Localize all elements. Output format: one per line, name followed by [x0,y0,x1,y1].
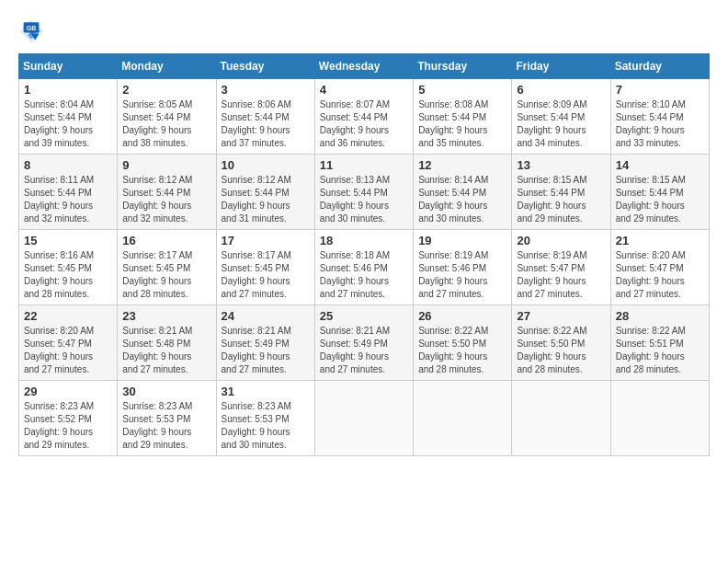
day-info: Sunrise: 8:11 AMSunset: 5:44 PMDaylight:… [24,174,112,225]
day-number: 29 [24,385,112,398]
weekday-header: Saturday [610,54,709,79]
calendar-cell: 15Sunrise: 8:16 AMSunset: 5:45 PMDayligh… [19,230,118,305]
day-number: 7 [616,83,704,97]
calendar-cell [512,381,610,456]
day-info: Sunrise: 8:10 AMSunset: 5:44 PMDaylight:… [616,98,704,150]
day-info: Sunrise: 8:22 AMSunset: 5:51 PMDaylight:… [616,325,704,376]
day-number: 15 [24,234,112,247]
calendar-cell: 31Sunrise: 8:23 AMSunset: 5:53 PMDayligh… [216,381,314,456]
calendar-cell: 8Sunrise: 8:11 AMSunset: 5:44 PMDaylight… [19,155,118,230]
day-number: 5 [418,83,506,97]
calendar-cell: 30Sunrise: 8:23 AMSunset: 5:53 PMDayligh… [118,381,216,456]
day-number: 1 [24,83,112,97]
day-info: Sunrise: 8:17 AMSunset: 5:45 PMDaylight:… [222,249,310,301]
calendar-cell: 6Sunrise: 8:09 AMSunset: 5:44 PMDaylight… [512,79,610,155]
day-info: Sunrise: 8:23 AMSunset: 5:53 PMDaylight:… [222,400,310,452]
calendar-week-row: 29Sunrise: 8:23 AMSunset: 5:52 PMDayligh… [19,381,710,456]
calendar-cell: 28Sunrise: 8:22 AMSunset: 5:51 PMDayligh… [610,305,709,381]
calendar-cell: 11Sunrise: 8:13 AMSunset: 5:44 PMDayligh… [314,155,413,230]
day-number: 18 [320,234,408,247]
day-info: Sunrise: 8:20 AMSunset: 5:47 PMDaylight:… [616,249,704,301]
day-number: 14 [616,158,704,172]
weekday-header: Monday [118,54,216,79]
day-info: Sunrise: 8:15 AMSunset: 5:44 PMDaylight:… [517,174,605,225]
calendar-cell: 9Sunrise: 8:12 AMSunset: 5:44 PMDaylight… [118,155,216,230]
calendar-cell: 26Sunrise: 8:22 AMSunset: 5:50 PMDayligh… [414,305,512,381]
day-number: 11 [320,158,408,172]
day-number: 4 [320,83,408,97]
logo: GB [18,18,48,44]
calendar-cell [414,381,512,456]
day-info: Sunrise: 8:19 AMSunset: 5:46 PMDaylight:… [418,249,506,301]
weekday-header-row: SundayMondayTuesdayWednesdayThursdayFrid… [19,54,710,79]
calendar-cell: 27Sunrise: 8:22 AMSunset: 5:50 PMDayligh… [512,305,610,381]
day-info: Sunrise: 8:18 AMSunset: 5:46 PMDaylight:… [320,249,408,301]
calendar-cell: 2Sunrise: 8:05 AMSunset: 5:44 PMDaylight… [118,79,216,155]
calendar-cell: 22Sunrise: 8:20 AMSunset: 5:47 PMDayligh… [19,305,118,381]
day-info: Sunrise: 8:06 AMSunset: 5:44 PMDaylight:… [222,98,310,150]
calendar-table: SundayMondayTuesdayWednesdayThursdayFrid… [18,53,710,456]
day-number: 22 [24,309,112,323]
calendar-week-row: 15Sunrise: 8:16 AMSunset: 5:45 PMDayligh… [19,230,710,305]
calendar-cell: 7Sunrise: 8:10 AMSunset: 5:44 PMDaylight… [610,79,709,155]
day-number: 20 [517,234,605,247]
weekday-header: Wednesday [314,54,413,79]
weekday-header: Sunday [19,54,118,79]
calendar-cell: 4Sunrise: 8:07 AMSunset: 5:44 PMDaylight… [314,79,413,155]
day-number: 8 [24,158,112,172]
calendar-cell: 10Sunrise: 8:12 AMSunset: 5:44 PMDayligh… [216,155,314,230]
logo-icon: GB [18,18,44,44]
day-info: Sunrise: 8:12 AMSunset: 5:44 PMDaylight:… [122,174,210,225]
day-number: 17 [222,234,310,247]
calendar-cell: 21Sunrise: 8:20 AMSunset: 5:47 PMDayligh… [610,230,709,305]
day-number: 3 [222,83,310,97]
calendar-cell: 12Sunrise: 8:14 AMSunset: 5:44 PMDayligh… [414,155,512,230]
calendar-cell: 3Sunrise: 8:06 AMSunset: 5:44 PMDaylight… [216,79,314,155]
day-info: Sunrise: 8:04 AMSunset: 5:44 PMDaylight:… [24,98,112,150]
day-number: 24 [222,309,310,323]
calendar-cell: 18Sunrise: 8:18 AMSunset: 5:46 PMDayligh… [314,230,413,305]
calendar-cell: 1Sunrise: 8:04 AMSunset: 5:44 PMDaylight… [19,79,118,155]
day-info: Sunrise: 8:07 AMSunset: 5:44 PMDaylight:… [320,98,408,150]
day-number: 2 [122,83,210,97]
calendar-cell: 17Sunrise: 8:17 AMSunset: 5:45 PMDayligh… [216,230,314,305]
weekday-header: Friday [512,54,610,79]
day-info: Sunrise: 8:22 AMSunset: 5:50 PMDaylight:… [418,325,506,376]
day-number: 13 [517,158,605,172]
day-info: Sunrise: 8:23 AMSunset: 5:53 PMDaylight:… [122,400,210,452]
calendar-cell: 16Sunrise: 8:17 AMSunset: 5:45 PMDayligh… [118,230,216,305]
day-info: Sunrise: 8:15 AMSunset: 5:44 PMDaylight:… [616,174,704,225]
calendar-cell [610,381,709,456]
calendar-cell: 14Sunrise: 8:15 AMSunset: 5:44 PMDayligh… [610,155,709,230]
header: GB [18,18,710,44]
day-info: Sunrise: 8:09 AMSunset: 5:44 PMDaylight:… [517,98,605,150]
svg-text:GB: GB [27,25,37,31]
day-info: Sunrise: 8:05 AMSunset: 5:44 PMDaylight:… [122,98,210,150]
day-info: Sunrise: 8:19 AMSunset: 5:47 PMDaylight:… [517,249,605,301]
day-info: Sunrise: 8:17 AMSunset: 5:45 PMDaylight:… [122,249,210,301]
day-info: Sunrise: 8:12 AMSunset: 5:44 PMDaylight:… [222,174,310,225]
calendar-cell: 23Sunrise: 8:21 AMSunset: 5:48 PMDayligh… [118,305,216,381]
calendar-week-row: 8Sunrise: 8:11 AMSunset: 5:44 PMDaylight… [19,155,710,230]
day-info: Sunrise: 8:21 AMSunset: 5:49 PMDaylight:… [222,325,310,376]
day-number: 6 [517,83,605,97]
day-info: Sunrise: 8:13 AMSunset: 5:44 PMDaylight:… [320,174,408,225]
day-number: 21 [616,234,704,247]
weekday-header: Tuesday [216,54,314,79]
day-number: 31 [222,385,310,398]
calendar-cell [314,381,413,456]
calendar-week-row: 22Sunrise: 8:20 AMSunset: 5:47 PMDayligh… [19,305,710,381]
day-number: 10 [222,158,310,172]
day-info: Sunrise: 8:08 AMSunset: 5:44 PMDaylight:… [418,98,506,150]
day-info: Sunrise: 8:23 AMSunset: 5:52 PMDaylight:… [24,400,112,452]
day-info: Sunrise: 8:21 AMSunset: 5:49 PMDaylight:… [320,325,408,376]
page-container: GB SundayMondayTuesdayWednesdayThursdayF… [18,18,710,456]
day-number: 9 [122,158,210,172]
day-number: 23 [122,309,210,323]
calendar-cell: 5Sunrise: 8:08 AMSunset: 5:44 PMDaylight… [414,79,512,155]
day-info: Sunrise: 8:22 AMSunset: 5:50 PMDaylight:… [517,325,605,376]
day-number: 19 [418,234,506,247]
day-number: 26 [418,309,506,323]
calendar-cell: 24Sunrise: 8:21 AMSunset: 5:49 PMDayligh… [216,305,314,381]
day-info: Sunrise: 8:14 AMSunset: 5:44 PMDaylight:… [418,174,506,225]
